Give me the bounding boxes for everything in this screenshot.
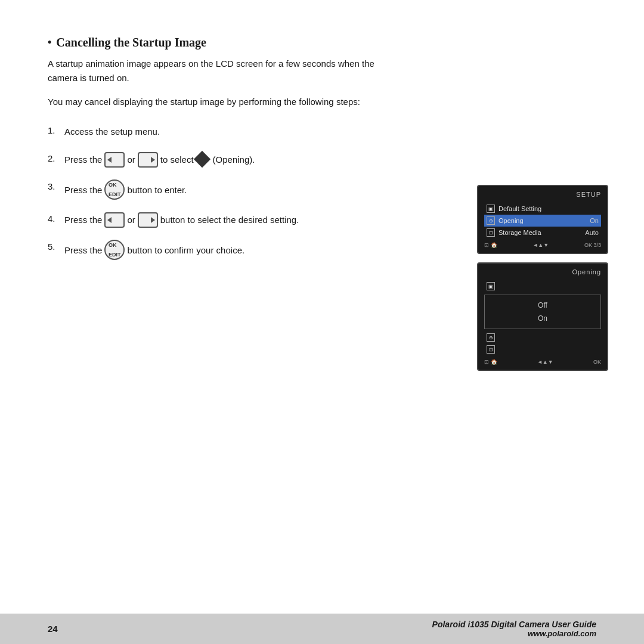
- step-5: 5. Press the OKEDIT button to confirm yo…: [48, 240, 382, 260]
- screen-footer-nav: ◄▲▼: [532, 242, 549, 248]
- title-section: • Cancelling the Startup Image A startup…: [48, 36, 596, 109]
- intro-para2: You may cancel displaying the startup im…: [48, 95, 382, 109]
- screen-setup-footer: ⊡ 🏠 ◄▲▼ OK 3/3: [484, 242, 601, 248]
- step-3: 3. Press the OKEDIT button to enter.: [48, 179, 382, 200]
- ok-button-step3: OKEDIT: [104, 179, 125, 200]
- screen-row-storage: ⊡ Storage Media Auto: [484, 227, 601, 239]
- nav-left-button-step4: [104, 212, 125, 228]
- step-2-or: or: [127, 151, 135, 168]
- nav-left-button-step2: [104, 152, 125, 168]
- screen-footer-page: OK 3/3: [584, 242, 601, 248]
- ok-button-step5: OKEDIT: [104, 240, 125, 260]
- page: • Cancelling the Startup Image A startup…: [0, 0, 644, 644]
- step-5-num: 5.: [48, 240, 64, 254]
- step-5-pre: Press the: [64, 242, 102, 258]
- screen-opening-row2: ⊕: [484, 332, 601, 343]
- page-title: • Cancelling the Startup Image: [48, 36, 596, 49]
- step-2-post: to select: [160, 151, 194, 168]
- footer-page-number: 24: [48, 624, 58, 634]
- step-1-text: Access the setup menu.: [64, 123, 160, 140]
- step-2-num: 2.: [48, 151, 64, 166]
- screen-setup-header: SETUP: [484, 191, 601, 198]
- screen-opening-options: Off On: [484, 295, 601, 329]
- step-4-num: 4.: [48, 212, 64, 226]
- step-5-post: button to confirm your choice.: [127, 242, 244, 258]
- screen-opening-footer-nav: ◄▲▼: [537, 359, 553, 365]
- screen-opening-footer-ok: OK: [593, 359, 601, 365]
- footer-brand-url: www.polaroid.com: [432, 629, 596, 638]
- screen-label-default: Default Setting: [499, 205, 595, 212]
- step-4-post: button to select the desired setting.: [160, 212, 299, 228]
- screen-setup: SETUP ▣ Default Setting ⊕ Opening On ⊡ S…: [477, 185, 608, 254]
- screen-label-opening: Opening: [499, 217, 586, 224]
- step-3-num: 3.: [48, 179, 64, 194]
- screen-opening-icon2: ⊕: [487, 333, 495, 342]
- screen-opening-icon3: ⊡: [487, 345, 495, 354]
- screens-area: SETUP ▣ Default Setting ⊕ Opening On ⊡ S…: [477, 185, 608, 379]
- step-1-content: Access the setup menu.: [64, 123, 160, 140]
- screen-opening-footer-home: ⊡ 🏠: [484, 359, 497, 365]
- screen-opening-row-icons: ▣: [484, 280, 601, 292]
- screen-opening-footer: ⊡ 🏠 ◄▲▼ OK: [484, 359, 601, 365]
- screen-footer-home: ⊡ 🏠: [484, 242, 497, 248]
- screen-row-opening: ⊕ Opening On: [484, 215, 601, 227]
- page-footer: 24 Polaroid i1035 Digital Camera User Gu…: [0, 614, 644, 644]
- title-text: Cancelling the Startup Image: [56, 36, 206, 49]
- step-4: 4. Press the or button to select the des…: [48, 212, 382, 228]
- step-4-content: Press the or button to select the desire…: [64, 212, 299, 228]
- screen-opening: Opening ▣ Off On ⊕ ⊡ ⊡ 🏠 ◄▲▼ OK: [477, 262, 608, 371]
- screen-opening-header: Opening: [484, 268, 601, 275]
- intro-para1: A startup animation image appears on the…: [48, 57, 382, 85]
- diamond-icon: [193, 150, 210, 167]
- step-4-pre: Press the: [64, 212, 102, 228]
- screen-value-storage: Auto: [585, 229, 599, 236]
- bullet: •: [48, 36, 51, 49]
- screen-opening-icon1: ▣: [487, 282, 495, 290]
- screen-row-default: ▣ Default Setting: [484, 203, 601, 215]
- screen-icon-storage: ⊡: [487, 228, 495, 237]
- step-4-or: or: [127, 212, 135, 228]
- step-3-content: Press the OKEDIT button to enter.: [64, 179, 187, 200]
- nav-right-button-step4: [138, 212, 158, 228]
- step-2-content: Press the or to select (Opening).: [64, 151, 255, 168]
- screen-option-on: On: [490, 312, 596, 325]
- step-3-post: button to enter.: [127, 182, 187, 198]
- screen-label-storage: Storage Media: [499, 229, 581, 236]
- screen-icon-default: ▣: [487, 205, 495, 213]
- step-2-suffix: (Opening).: [213, 151, 255, 168]
- step-1: 1. Access the setup menu.: [48, 123, 382, 140]
- screen-icon-opening: ⊕: [487, 216, 495, 225]
- steps-list: 1. Access the setup menu. 2. Press the o…: [48, 123, 382, 272]
- step-2-pre: Press the: [64, 151, 102, 168]
- step-5-content: Press the OKEDIT button to confirm your …: [64, 240, 244, 260]
- screen-option-off: Off: [490, 299, 596, 312]
- footer-brand-title: Polaroid i1035 Digital Camera User Guide: [432, 620, 596, 629]
- screen-opening-row3: ⊡: [484, 343, 601, 355]
- screen-value-opening: On: [590, 217, 599, 224]
- step-1-num: 1.: [48, 123, 64, 138]
- step-2: 2. Press the or to select (Opening).: [48, 151, 382, 168]
- footer-brand: Polaroid i1035 Digital Camera User Guide…: [432, 620, 596, 638]
- step-3-pre: Press the: [64, 182, 102, 198]
- nav-right-button-step2: [138, 152, 158, 168]
